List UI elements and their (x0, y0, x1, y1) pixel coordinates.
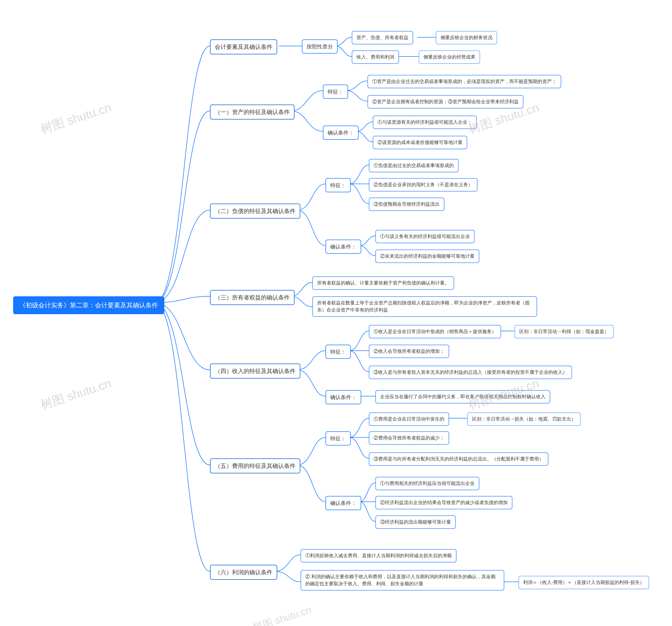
node-f-tz2[interactable]: ②费用会导致所有者权益的减少； (369, 431, 449, 445)
node-g-t2n[interactable]: 利润＝（收入-费用）＋（直接计入当期损益的利得-损失） (519, 576, 649, 589)
node-c-qr[interactable]: 确认条件： (326, 239, 361, 254)
node-b-tz2[interactable]: ②资产是企业拥有或者控制的资源；③资产预期会给企业带来经济利益 (367, 95, 523, 109)
node-f[interactable]: （五）费用的特征及其确认条件 (210, 458, 300, 473)
node-a2[interactable]: 收入、费用和利润 (352, 50, 399, 64)
node-c-qr2[interactable]: ②未来流出的经济利益的金额能够可靠地计量 (375, 250, 479, 263)
node-a1n[interactable]: 侧重反映企业的财务状况 (436, 31, 497, 44)
node-f-tz1[interactable]: ①费用是企业在日常活动中发生的 (369, 413, 449, 426)
node-e[interactable]: （四）收入的特征及其确认条件 (210, 364, 300, 378)
node-e-tz1[interactable]: ①收入是企业在日常活动中形成的（销售商品＋提供服务） (369, 325, 501, 338)
node-e-qr1[interactable]: 企业应当在履行了合同中的履约义务，即在客户取得相关商品控制权时确认收入 (375, 390, 550, 403)
node-c-tz3[interactable]: ③负债预期会导致经济利益流出 (369, 198, 445, 211)
node-c-tz1[interactable]: ①负债是由过去的交易或者事项形成的 (369, 159, 459, 172)
node-f-qr[interactable]: 确认条件： (326, 496, 361, 510)
node-f-tz3[interactable]: ③费用是与向所有者分配利润无关的经济利益的总流出。（分配股利不属于费用） (369, 453, 548, 466)
node-b-qr[interactable]: 确认条件： (323, 125, 359, 140)
root-node[interactable]: 《初级会计实务》第二章：会计要素及其确认条件 (13, 296, 164, 314)
node-e-qr[interactable]: 确认条件： (326, 390, 361, 404)
node-b-qr1[interactable]: ①与该资源有关的经济利益很可能流入企业； (373, 116, 477, 129)
node-a-by[interactable]: 按照性质分 (302, 40, 338, 53)
node-d-t2[interactable]: 所有者权益在数量上等于企业资产总额扣除债权人权益后的净额，即为企业的净资产，反映… (312, 296, 537, 317)
node-d[interactable]: （三）所有者权益的确认条件 (210, 290, 294, 305)
node-g-t1[interactable]: ①利润反映收入减去费用、直接计入当期利润的利得减去损失后的净额 (301, 549, 456, 562)
node-e-tz[interactable]: 特征： (326, 345, 351, 359)
node-b-tz[interactable]: 特征： (323, 85, 348, 99)
node-c-tz2[interactable]: ②负债是企业承担的现时义务（不是潜在义务） (369, 178, 478, 191)
node-a1[interactable]: 资产、负债、所有者权益 (352, 31, 413, 44)
node-b[interactable]: （一）资产的特征及确认条件 (210, 105, 294, 119)
node-b-tz1[interactable]: ①资产是由企业过去的交易或者事项形成的，必须是现实的资产，而不能是预期的资产； (367, 75, 561, 88)
node-g-t2[interactable]: ② 利润的确认主要依赖于收入和费用，以及直接计入当期利润的利得和损失的确认，其金… (301, 570, 504, 590)
node-c[interactable]: （二）负债的特征及其确认条件 (210, 204, 300, 218)
node-f-qr3[interactable]: ③经济利益的流出额能够可靠计量 (375, 515, 456, 529)
node-f-qr1[interactable]: ①与费用相关的经济利益应当很可能流出企业 (375, 477, 479, 490)
node-e-tz3[interactable]: ③收入是与所有者投入资本无关的经济利益的总流入（接受所有者的投资不属于企业的收入… (369, 366, 572, 379)
node-c-tz[interactable]: 特征： (326, 178, 351, 192)
node-f-tz1n[interactable]: 区别：非日常活动→损失（如：地震、罚款支出） (467, 413, 581, 426)
node-g[interactable]: （六）利润的确认条件 (210, 565, 277, 580)
node-f-tz[interactable]: 特征： (326, 431, 351, 445)
node-c-qr1[interactable]: ①与该义务有关的经济利益很可能流出企业 (375, 230, 475, 243)
node-d-t1[interactable]: 所有者权益的确认、计量主要依赖于资产和负债的确认和计量。 (312, 276, 454, 290)
node-a2n[interactable]: 侧重反映企业的经营成果 (419, 50, 480, 64)
node-a[interactable]: 会计要素及其确认条件 (210, 40, 277, 54)
node-f-qr2[interactable]: ②经济利益流出企业的结果会导致资产的减少或者负债的增加 (375, 496, 512, 509)
node-e-tz2[interactable]: ②收入会导致所有者权益的增加； (369, 345, 449, 358)
node-e-tz1n[interactable]: 区别：非日常活动→利得（如：现金盘盈） (514, 325, 614, 338)
node-b-qr2[interactable]: ②该资源的成本或者价值能够可靠地计量 (373, 136, 467, 149)
